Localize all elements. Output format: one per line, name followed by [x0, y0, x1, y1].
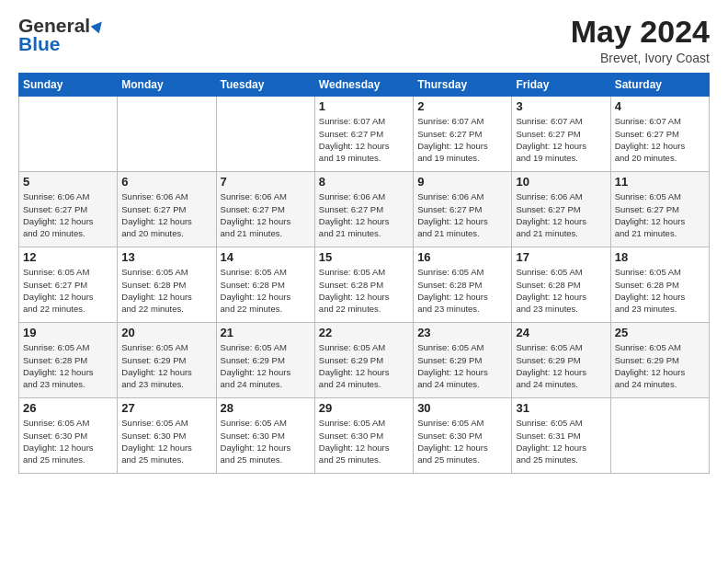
- day-number: 3: [516, 99, 606, 113]
- day-number: 12: [23, 250, 113, 264]
- day-info: Sunrise: 6:06 AMSunset: 6:27 PMDaylight:…: [221, 190, 311, 239]
- day-info: Sunrise: 6:05 AMSunset: 6:28 PMDaylight:…: [221, 266, 311, 315]
- day-number: 17: [516, 250, 606, 264]
- day-number: 27: [121, 401, 211, 415]
- day-info: Sunrise: 6:07 AMSunset: 6:27 PMDaylight:…: [516, 115, 606, 164]
- day-number: 9: [417, 175, 507, 189]
- page: General Blue May 2024 Brevet, Ivory Coas…: [0, 0, 728, 563]
- day-info: Sunrise: 6:07 AMSunset: 6:27 PMDaylight:…: [615, 115, 705, 164]
- table-row: [610, 398, 709, 474]
- col-friday: Friday: [512, 74, 610, 97]
- day-number: 24: [516, 326, 606, 339]
- table-row: 14Sunrise: 6:05 AMSunset: 6:28 PMDayligh…: [216, 247, 314, 323]
- day-info: Sunrise: 6:05 AMSunset: 6:30 PMDaylight:…: [23, 417, 113, 465]
- day-info: Sunrise: 6:05 AMSunset: 6:28 PMDaylight:…: [23, 341, 113, 390]
- table-row: 5Sunrise: 6:06 AMSunset: 6:27 PMDaylight…: [19, 172, 118, 247]
- table-row: 29Sunrise: 6:05 AMSunset: 6:30 PMDayligh…: [314, 398, 413, 474]
- day-number: 18: [615, 250, 705, 264]
- day-info: Sunrise: 6:05 AMSunset: 6:29 PMDaylight:…: [221, 341, 311, 390]
- table-row: 30Sunrise: 6:05 AMSunset: 6:30 PMDayligh…: [414, 398, 512, 474]
- day-number: 5: [23, 175, 113, 189]
- table-row: 11Sunrise: 6:05 AMSunset: 6:27 PMDayligh…: [610, 172, 709, 247]
- logo-blue: Blue: [18, 33, 61, 55]
- day-info: Sunrise: 6:05 AMSunset: 6:29 PMDaylight:…: [417, 341, 507, 390]
- col-thursday: Thursday: [414, 74, 512, 97]
- table-row: 19Sunrise: 6:05 AMSunset: 6:28 PMDayligh…: [19, 323, 118, 398]
- day-number: 1: [319, 99, 409, 113]
- col-tuesday: Tuesday: [216, 74, 314, 97]
- table-row: 3Sunrise: 6:07 AMSunset: 6:27 PMDaylight…: [512, 97, 610, 172]
- day-info: Sunrise: 6:06 AMSunset: 6:27 PMDaylight:…: [516, 190, 606, 239]
- day-number: 11: [615, 175, 705, 189]
- col-monday: Monday: [118, 74, 216, 97]
- day-info: Sunrise: 6:05 AMSunset: 6:28 PMDaylight:…: [121, 266, 211, 315]
- col-wednesday: Wednesday: [314, 74, 413, 97]
- day-info: Sunrise: 6:07 AMSunset: 6:27 PMDaylight:…: [417, 115, 507, 164]
- day-number: 25: [615, 326, 705, 339]
- table-row: 22Sunrise: 6:05 AMSunset: 6:29 PMDayligh…: [314, 323, 413, 398]
- day-number: 28: [221, 401, 311, 415]
- table-row: 13Sunrise: 6:05 AMSunset: 6:28 PMDayligh…: [118, 247, 216, 323]
- header: General Blue May 2024 Brevet, Ivory Coas…: [18, 15, 710, 65]
- table-row: 27Sunrise: 6:05 AMSunset: 6:30 PMDayligh…: [118, 398, 216, 474]
- day-info: Sunrise: 6:05 AMSunset: 6:29 PMDaylight:…: [319, 341, 409, 390]
- day-number: 21: [221, 326, 311, 339]
- day-info: Sunrise: 6:07 AMSunset: 6:27 PMDaylight:…: [319, 115, 409, 164]
- table-row: 28Sunrise: 6:05 AMSunset: 6:30 PMDayligh…: [216, 398, 314, 474]
- day-number: 26: [23, 401, 113, 415]
- day-number: 29: [319, 401, 409, 415]
- day-info: Sunrise: 6:05 AMSunset: 6:28 PMDaylight:…: [615, 266, 705, 315]
- day-info: Sunrise: 6:05 AMSunset: 6:31 PMDaylight:…: [516, 417, 606, 465]
- table-row: 10Sunrise: 6:06 AMSunset: 6:27 PMDayligh…: [512, 172, 610, 247]
- day-number: 16: [417, 250, 507, 264]
- table-row: 24Sunrise: 6:05 AMSunset: 6:29 PMDayligh…: [512, 323, 610, 398]
- svg-marker-0: [91, 18, 106, 33]
- location: Brevet, Ivory Coast: [571, 51, 710, 65]
- day-number: 10: [516, 175, 606, 189]
- col-sunday: Sunday: [19, 74, 118, 97]
- logo: General Blue: [18, 15, 107, 55]
- month-title: May 2024: [571, 15, 710, 49]
- table-row: 15Sunrise: 6:05 AMSunset: 6:28 PMDayligh…: [314, 247, 413, 323]
- table-row: 2Sunrise: 6:07 AMSunset: 6:27 PMDaylight…: [414, 97, 512, 172]
- day-info: Sunrise: 6:06 AMSunset: 6:27 PMDaylight:…: [417, 190, 507, 239]
- calendar-header-row: Sunday Monday Tuesday Wednesday Thursday…: [19, 74, 710, 97]
- logo-arrow-icon: [91, 18, 106, 33]
- day-number: 30: [417, 401, 507, 415]
- table-row: 8Sunrise: 6:06 AMSunset: 6:27 PMDaylight…: [314, 172, 413, 247]
- day-number: 20: [121, 326, 211, 339]
- table-row: 21Sunrise: 6:05 AMSunset: 6:29 PMDayligh…: [216, 323, 314, 398]
- table-row: 26Sunrise: 6:05 AMSunset: 6:30 PMDayligh…: [19, 398, 118, 474]
- table-row: 18Sunrise: 6:05 AMSunset: 6:28 PMDayligh…: [610, 247, 709, 323]
- table-row: [216, 97, 314, 172]
- table-row: 6Sunrise: 6:06 AMSunset: 6:27 PMDaylight…: [118, 172, 216, 247]
- table-row: 31Sunrise: 6:05 AMSunset: 6:31 PMDayligh…: [512, 398, 610, 474]
- table-row: 4Sunrise: 6:07 AMSunset: 6:27 PMDaylight…: [610, 97, 709, 172]
- title-section: May 2024 Brevet, Ivory Coast: [571, 15, 710, 65]
- day-info: Sunrise: 6:05 AMSunset: 6:29 PMDaylight:…: [615, 341, 705, 390]
- table-row: 12Sunrise: 6:05 AMSunset: 6:27 PMDayligh…: [19, 247, 118, 323]
- day-info: Sunrise: 6:06 AMSunset: 6:27 PMDaylight:…: [23, 190, 113, 239]
- calendar-week-row: 19Sunrise: 6:05 AMSunset: 6:28 PMDayligh…: [19, 323, 710, 398]
- table-row: 1Sunrise: 6:07 AMSunset: 6:27 PMDaylight…: [314, 97, 413, 172]
- table-row: [118, 97, 216, 172]
- day-number: 15: [319, 250, 409, 264]
- day-number: 23: [417, 326, 507, 339]
- table-row: 25Sunrise: 6:05 AMSunset: 6:29 PMDayligh…: [610, 323, 709, 398]
- table-row: 23Sunrise: 6:05 AMSunset: 6:29 PMDayligh…: [414, 323, 512, 398]
- day-number: 4: [615, 99, 705, 113]
- day-info: Sunrise: 6:05 AMSunset: 6:30 PMDaylight:…: [221, 417, 311, 465]
- day-info: Sunrise: 6:05 AMSunset: 6:28 PMDaylight:…: [516, 266, 606, 315]
- day-number: 6: [121, 175, 211, 189]
- day-number: 7: [221, 175, 311, 189]
- day-info: Sunrise: 6:05 AMSunset: 6:28 PMDaylight:…: [319, 266, 409, 315]
- day-info: Sunrise: 6:05 AMSunset: 6:29 PMDaylight:…: [516, 341, 606, 390]
- day-number: 19: [23, 326, 113, 339]
- day-info: Sunrise: 6:05 AMSunset: 6:30 PMDaylight:…: [121, 417, 211, 465]
- table-row: 7Sunrise: 6:06 AMSunset: 6:27 PMDaylight…: [216, 172, 314, 247]
- calendar-week-row: 12Sunrise: 6:05 AMSunset: 6:27 PMDayligh…: [19, 247, 710, 323]
- calendar-week-row: 26Sunrise: 6:05 AMSunset: 6:30 PMDayligh…: [19, 398, 710, 474]
- table-row: 16Sunrise: 6:05 AMSunset: 6:28 PMDayligh…: [414, 247, 512, 323]
- table-row: 9Sunrise: 6:06 AMSunset: 6:27 PMDaylight…: [414, 172, 512, 247]
- calendar-table: Sunday Monday Tuesday Wednesday Thursday…: [18, 73, 710, 474]
